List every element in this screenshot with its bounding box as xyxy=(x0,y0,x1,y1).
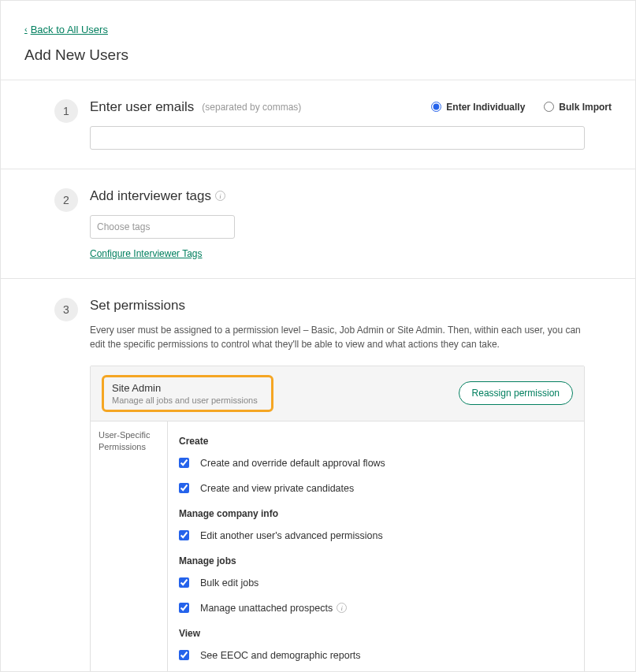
user-emails-input[interactable] xyxy=(90,126,585,150)
perm-label: Create and override default approval flo… xyxy=(200,458,385,469)
chevron-left-icon: ‹ xyxy=(24,24,28,34)
permission-role-name: Site Admin xyxy=(112,382,263,394)
permissions-body: User-Specific Permissions Create Create … xyxy=(91,421,584,673)
perm-checkbox[interactable] xyxy=(179,483,189,493)
permissions-description: Every user must be assigned to a permiss… xyxy=(90,323,586,351)
perm-see-eeoc-reports[interactable]: See EEOC and demographic reports xyxy=(179,650,573,661)
perm-edit-advanced-permissions[interactable]: Edit another user's advanced permissions xyxy=(179,530,573,541)
info-icon[interactable]: i xyxy=(337,603,347,613)
perm-checkbox[interactable] xyxy=(179,577,189,588)
step-number-1: 1 xyxy=(54,99,78,123)
step-1-hint: (separated by commas) xyxy=(202,102,301,113)
perm-label: See EEOC and demographic reports xyxy=(200,650,361,661)
perm-manage-unattached-prospects[interactable]: Manage unattached prospects i xyxy=(179,603,573,614)
perm-checkbox[interactable] xyxy=(179,650,189,660)
tags-input[interactable]: Choose tags xyxy=(90,215,235,239)
radio-bulk-import-input[interactable] xyxy=(544,102,554,112)
permission-role-sub: Manage all jobs and user permissions xyxy=(112,395,263,405)
perm-group-create: Create xyxy=(179,436,573,447)
radio-enter-individually[interactable]: Enter Individually xyxy=(431,102,525,113)
radio-enter-individually-input[interactable] xyxy=(431,102,441,112)
perm-label: Create and view private candidates xyxy=(200,483,354,494)
step-3-section: 3 Set permissions Every user must be ass… xyxy=(24,279,612,673)
perm-create-approval-flows[interactable]: Create and override default approval flo… xyxy=(179,458,573,469)
step-number-3: 3 xyxy=(54,298,78,321)
back-to-all-users-link[interactable]: ‹ Back to All Users xyxy=(24,24,108,35)
perm-checkbox[interactable] xyxy=(179,603,189,613)
permission-role-highlight: Site Admin Manage all jobs and user perm… xyxy=(102,375,273,412)
step-3-title: Set permissions xyxy=(90,298,612,314)
perm-label: Bulk edit jobs xyxy=(200,577,258,588)
info-icon[interactable]: i xyxy=(215,191,225,201)
permissions-main: Create Create and override default appro… xyxy=(168,421,584,673)
perm-checkbox[interactable] xyxy=(179,530,189,540)
permissions-header: Site Admin Manage all jobs and user perm… xyxy=(91,366,584,421)
configure-interviewer-tags-link[interactable]: Configure Interviewer Tags xyxy=(90,248,203,259)
reassign-permission-button[interactable]: Reassign permission xyxy=(459,381,573,405)
radio-bulk-import[interactable]: Bulk Import xyxy=(544,102,612,113)
perm-group-manage-jobs: Manage jobs xyxy=(179,555,573,566)
radio-bulk-import-label: Bulk Import xyxy=(559,102,612,113)
tags-placeholder: Choose tags xyxy=(97,221,150,232)
step-2-title: Add interviewer tags xyxy=(90,188,211,204)
page-title: Add New Users xyxy=(24,46,612,64)
perm-group-manage-company: Manage company info xyxy=(179,508,573,519)
step-number-2: 2 xyxy=(54,188,78,212)
back-link-label: Back to All Users xyxy=(31,24,108,35)
perm-group-view: View xyxy=(179,628,573,639)
step-2-section: 2 Add interviewer tags i Choose tags Con… xyxy=(24,169,612,278)
permissions-sidebar-label: User-Specific Permissions xyxy=(91,421,168,673)
perm-bulk-edit-jobs[interactable]: Bulk edit jobs xyxy=(179,577,573,588)
perm-checkbox[interactable] xyxy=(179,458,189,468)
step-2-title-row: Add interviewer tags i xyxy=(90,188,612,204)
step-1-title: Enter user emails xyxy=(90,99,194,115)
permissions-box: Site Admin Manage all jobs and user perm… xyxy=(90,366,585,673)
step-1-section: 1 Enter user emails (separated by commas… xyxy=(24,80,612,169)
perm-create-private-candidates[interactable]: Create and view private candidates xyxy=(179,483,573,494)
perm-label: Manage unattached prospects xyxy=(200,603,333,614)
step-1-title-row: Enter user emails (separated by commas) xyxy=(90,99,301,115)
entry-mode-radio-group: Enter Individually Bulk Import xyxy=(431,102,612,113)
perm-label: Edit another user's advanced permissions xyxy=(200,530,383,541)
radio-enter-individually-label: Enter Individually xyxy=(446,102,525,113)
